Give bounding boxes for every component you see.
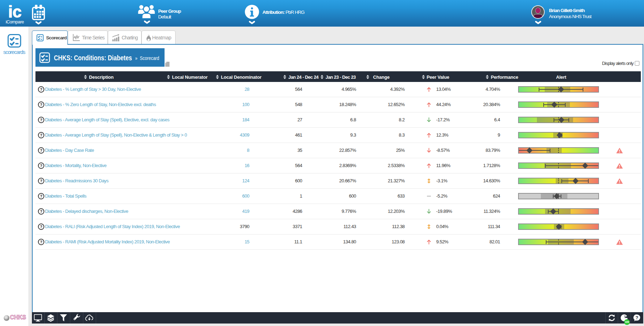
svg-text:?: ? xyxy=(635,315,638,320)
